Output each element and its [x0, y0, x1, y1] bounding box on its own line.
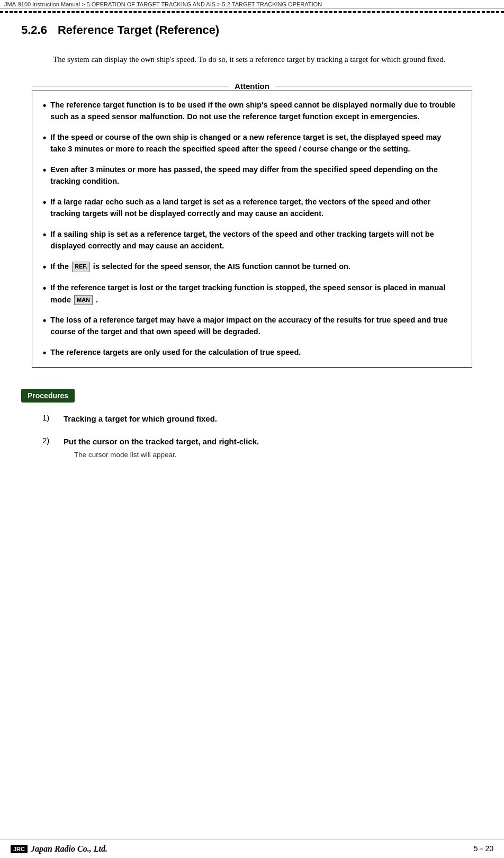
attention-list: • The reference target function is to be…	[43, 99, 458, 359]
section-number: 5.2.6	[21, 23, 47, 37]
list-item: • Even after 3 minutes or more has passe…	[43, 164, 458, 187]
bullet-icon: •	[43, 229, 46, 241]
bullet-icon: •	[43, 132, 46, 144]
list-item: • If a large radar echo such as a land t…	[43, 196, 458, 220]
ref-badge: REF.	[72, 262, 90, 272]
procedure-number: 2)	[42, 436, 56, 445]
procedure-row: 2) Put the cursor on the tracked target,…	[42, 436, 483, 448]
attention-item-3: Even after 3 minutes or more has passed,…	[50, 164, 458, 187]
item6-text-before: If the	[50, 262, 69, 271]
bullet-icon: •	[43, 315, 46, 327]
procedure-item: 1) Tracking a target for which ground fi…	[42, 413, 483, 425]
bullet-icon: •	[43, 164, 46, 176]
list-item: • If the speed or course of the own ship…	[43, 131, 458, 155]
list-item: • If a sailing ship is set as a referenc…	[43, 228, 458, 252]
bullet-icon: •	[43, 347, 46, 359]
footer: JRC Japan Radio Co., Ltd. 5－20	[0, 839, 504, 858]
list-item: • The loss of a reference target may hav…	[43, 314, 458, 338]
attention-header: Attention	[32, 82, 472, 91]
list-item: • If the REF. is selected for the speed …	[43, 261, 458, 273]
intro-paragraph: The system can display the own ship's sp…	[53, 53, 451, 66]
attention-container: Attention • The reference target functio…	[32, 82, 472, 368]
attention-item-8: The loss of a reference target may have …	[50, 314, 458, 338]
section-heading: 5.2.6 Reference Target (Reference)	[21, 23, 483, 37]
procedure-number: 1)	[42, 413, 56, 422]
procedure-sub-text: The cursor mode list will appear.	[74, 451, 483, 459]
procedure-item: 2) Put the cursor on the tracked target,…	[42, 436, 483, 459]
attention-item-4: If a large radar echo such as a land tar…	[50, 196, 458, 220]
breadcrumb: JMA-9100 Instruction Manual > 5.OPERATIO…	[0, 0, 504, 9]
bullet-icon: •	[43, 282, 46, 294]
bullet-icon: •	[43, 261, 46, 273]
procedure-text: Put the cursor on the tracked target, an…	[64, 436, 259, 448]
footer-company-name: Japan Radio Co., Ltd.	[31, 844, 107, 854]
list-item: • The reference targets are only used fo…	[43, 346, 458, 359]
attention-item-1: The reference target function is to be u…	[50, 99, 458, 123]
section-title: Reference Target (Reference)	[58, 23, 219, 37]
procedure-row: 1) Tracking a target for which ground fi…	[42, 413, 483, 425]
attention-item-7: If the reference target is lost or the t…	[50, 282, 458, 306]
list-item: • The reference target function is to be…	[43, 99, 458, 123]
footer-logo: JRC Japan Radio Co., Ltd.	[11, 844, 107, 854]
bullet-icon: •	[43, 100, 46, 112]
page-number: 5－20	[474, 844, 493, 854]
procedures-label: Procedures	[21, 389, 75, 403]
jrc-badge: JRC	[11, 845, 28, 853]
main-content: 5.2.6 Reference Target (Reference) The s…	[0, 13, 504, 480]
attention-item-9: The reference targets are only used for …	[50, 346, 301, 358]
attention-box: • The reference target function is to be…	[32, 91, 472, 368]
bullet-icon: •	[43, 196, 46, 209]
procedures-section: Procedures 1) Tracking a target for whic…	[21, 383, 483, 459]
man-badge: MAN	[74, 295, 93, 305]
procedure-text: Tracking a target for which ground fixed…	[64, 413, 217, 425]
attention-label: Attention	[228, 82, 276, 91]
item7-text-before: If the reference target is lost or the t…	[50, 283, 445, 303]
attention-item-2: If the speed or course of the own ship i…	[50, 131, 458, 155]
item6-text-after: is selected for the speed sensor, the AI…	[93, 262, 350, 271]
attention-item-5: If a sailing ship is set as a reference …	[50, 228, 458, 252]
item7-text-after: .	[96, 296, 98, 304]
list-item: • If the reference target is lost or the…	[43, 282, 458, 306]
attention-item-6: If the REF. is selected for the speed se…	[50, 261, 350, 272]
